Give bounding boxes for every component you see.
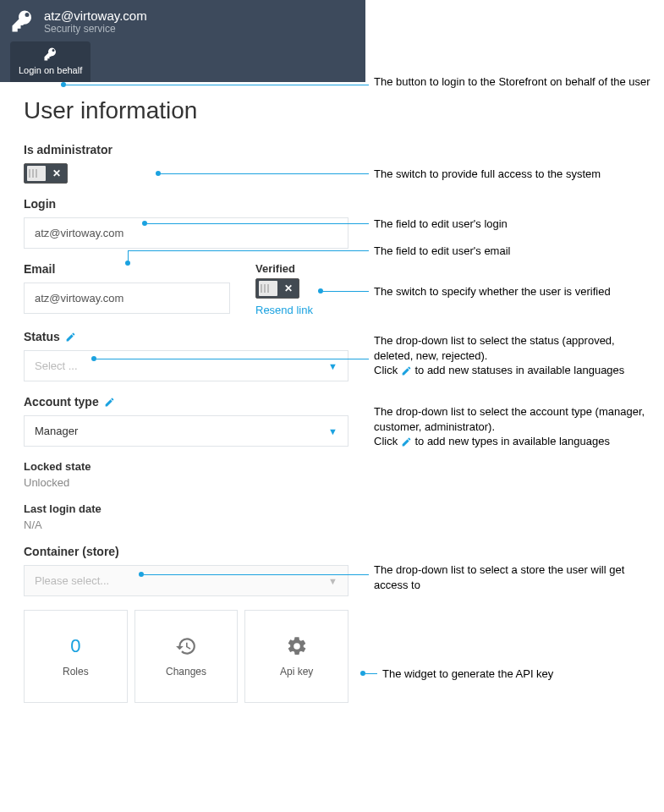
annot-login-behalf: The button to login to the Storefront on… xyxy=(374,74,653,90)
is-admin-toggle[interactable]: ✕ xyxy=(24,163,68,184)
login-input[interactable] xyxy=(24,217,348,249)
annot-status: The drop-down list to select the status … xyxy=(374,333,653,378)
annot-apikey: The widget to generate the API key xyxy=(382,667,661,682)
container-label: Container (store) xyxy=(24,545,348,558)
status-value: Select ... xyxy=(35,359,78,372)
page-title: User information xyxy=(24,97,348,124)
locked-state-value: Unlocked xyxy=(24,476,348,489)
login-on-behalf-button[interactable]: Login on behalf xyxy=(10,41,91,82)
chevron-down-icon: ▼ xyxy=(328,576,337,586)
chevron-down-icon: ▼ xyxy=(328,426,337,436)
tab-label: Login on behalf xyxy=(19,65,82,75)
changes-label: Changes xyxy=(166,666,206,678)
annot-container: The drop-down list to select a store the… xyxy=(374,562,653,592)
last-login-value: N/A xyxy=(24,518,348,531)
edit-account-type-icon[interactable] xyxy=(104,397,115,408)
annot-login: The field to edit user's login xyxy=(374,217,653,232)
x-icon: ✕ xyxy=(277,283,299,294)
api-key-label: Api key xyxy=(280,666,313,678)
resend-link[interactable]: Resend link xyxy=(255,304,348,316)
key-icon xyxy=(43,47,58,63)
api-key-widget[interactable]: Api key xyxy=(244,610,348,703)
app-header: atz@virtoway.com Security service Login … xyxy=(0,0,365,82)
header-subtitle: Security service xyxy=(44,23,147,35)
status-label: Status xyxy=(24,330,60,343)
status-select[interactable]: Select ... ▼ xyxy=(24,350,348,381)
chevron-down-icon: ▼ xyxy=(328,361,337,371)
verified-label: Verified xyxy=(255,262,348,275)
x-icon: ✕ xyxy=(46,168,67,178)
last-login-label: Last login date xyxy=(24,502,348,515)
changes-widget[interactable]: Changes xyxy=(134,610,239,703)
account-type-select[interactable]: Manager ▼ xyxy=(24,415,348,447)
annot-account: The drop-down list to select the account… xyxy=(374,404,661,449)
account-type-value: Manager xyxy=(35,425,78,437)
container-select[interactable]: Please select... ▼ xyxy=(24,565,348,596)
gear-icon xyxy=(286,635,308,657)
email-input[interactable] xyxy=(24,283,230,314)
account-type-label: Account type xyxy=(24,395,99,409)
header-title: atz@virtoway.com xyxy=(44,8,147,23)
roles-label: Roles xyxy=(63,666,89,678)
login-label: Login xyxy=(24,197,348,211)
is-admin-label: Is administrator xyxy=(24,143,348,156)
locked-state-label: Locked state xyxy=(24,460,348,473)
key-icon xyxy=(10,8,36,34)
content-area: User information Is administrator ✕ Logi… xyxy=(0,82,365,711)
roles-widget[interactable]: 0 Roles xyxy=(24,610,128,703)
annot-verified: The switch to specify whether the user i… xyxy=(374,284,661,299)
annot-admin: The switch to provide full access to the… xyxy=(374,167,653,182)
edit-status-icon[interactable] xyxy=(65,332,76,343)
verified-toggle[interactable]: ✕ xyxy=(255,278,299,299)
toggle-handle xyxy=(259,281,277,296)
history-icon xyxy=(175,635,197,657)
container-value: Please select... xyxy=(35,574,109,587)
annot-email: The field to edit user's email xyxy=(374,244,653,259)
roles-count: 0 xyxy=(70,635,80,657)
toggle-handle xyxy=(27,166,46,181)
